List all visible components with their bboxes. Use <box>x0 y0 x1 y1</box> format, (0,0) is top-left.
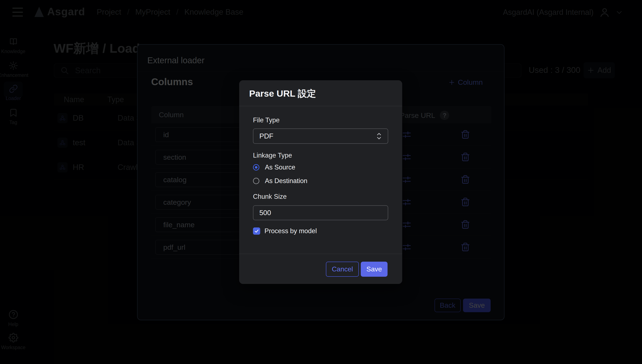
checkbox-label: Process by model <box>264 227 317 235</box>
file-type-value: PDF <box>259 132 273 140</box>
parse-url-dialog: Parse URL 設定 File Type PDF Linkage Type … <box>239 80 402 284</box>
radio-unselected-icon <box>253 178 259 184</box>
file-type-select[interactable]: PDF <box>253 128 388 144</box>
linkage-type-label: Linkage Type <box>253 152 292 159</box>
cancel-button[interactable]: Cancel <box>326 262 359 277</box>
chunk-size-label: Chunk Size <box>253 193 287 200</box>
dialog-footer-divider <box>239 254 402 254</box>
checkbox-checked-icon <box>253 228 260 235</box>
file-type-label: File Type <box>253 116 279 124</box>
app-root: Asgard Project / MyProject / Knowledge B… <box>0 0 642 364</box>
chunk-size-input[interactable]: 500 <box>253 205 388 220</box>
dialog-save-button[interactable]: Save <box>361 262 388 277</box>
radio-label: As Source <box>265 164 295 171</box>
radio-as-source[interactable]: As Source <box>253 164 295 171</box>
select-chevrons-icon <box>376 132 382 140</box>
process-by-model-checkbox[interactable]: Process by model <box>253 227 317 235</box>
radio-selected-icon <box>253 164 259 170</box>
radio-label: As Destination <box>265 177 307 185</box>
dialog-header-divider <box>239 106 402 106</box>
radio-as-destination[interactable]: As Destination <box>253 177 307 185</box>
dialog-title: Parse URL 設定 <box>249 88 316 100</box>
